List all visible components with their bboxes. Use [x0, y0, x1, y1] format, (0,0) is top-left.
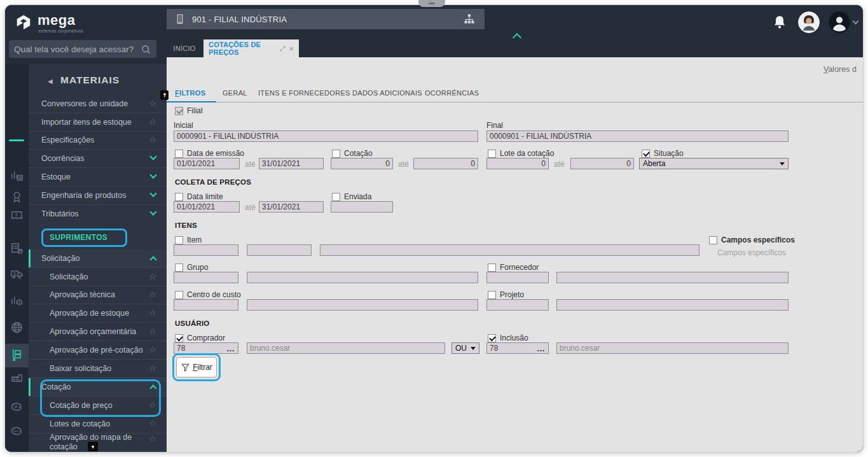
enviada-checkbox-row[interactable]: Enviada [332, 192, 371, 201]
grupo-checkbox[interactable] [175, 264, 183, 272]
sidebar-item-estoque[interactable]: Estoque [29, 168, 167, 186]
star-icon[interactable]: ☆ [149, 117, 156, 127]
sidebar-group-cotacao[interactable]: Cotação [29, 378, 167, 397]
data-emissao-to-input[interactable] [259, 158, 324, 169]
finance-chart-icon[interactable]: $ [10, 293, 24, 307]
scroll-down-badge[interactable]: ▾ [88, 442, 98, 451]
sidebar-item-cotacao-preco[interactable]: Cotação de preço☆ [29, 397, 167, 415]
data-limite-checkbox-row[interactable]: Data limite [175, 192, 223, 201]
situacao-dropdown[interactable]: Aberta [639, 158, 789, 169]
inclusao-name-input[interactable] [556, 342, 789, 354]
comprador-lookup-button[interactable]: … [226, 344, 235, 353]
sidebar-item-ocorrencias[interactable]: Ocorrências [29, 150, 167, 168]
comprador-checkbox-row[interactable]: Comprador [175, 334, 225, 342]
situacao-checkbox[interactable] [642, 150, 650, 158]
lote-from-input[interactable] [486, 158, 549, 169]
valores-link[interactable]: Valores d [823, 65, 863, 74]
centro-custo-code-input[interactable] [174, 299, 238, 311]
quality-medal-icon[interactable] [10, 190, 24, 204]
projeto-desc-input[interactable] [556, 299, 789, 311]
sidebar-item-engenharia[interactable]: Engenharia de produtos [29, 186, 167, 205]
star-icon[interactable]: ☆ [149, 290, 156, 299]
inclusao-checkbox[interactable] [488, 334, 496, 342]
situacao-checkbox-row[interactable]: Situação [642, 149, 684, 158]
nfe-icon[interactable]: NF-e [10, 400, 24, 414]
item-checkbox[interactable] [175, 236, 183, 244]
sidebar-group-solicitacao[interactable]: Solicitação [29, 250, 167, 268]
menu-section-header[interactable]: ◀ MATERIAIS [29, 73, 167, 92]
sidebar-item-aprovacao-orcamentaria[interactable]: Aprovação orçamentária☆ [29, 323, 167, 341]
projeto-checkbox-row[interactable]: Projeto [488, 290, 524, 299]
projeto-checkbox[interactable] [488, 291, 496, 299]
sidebar-item-importar-itens[interactable]: Importar itens de estoque☆ [29, 113, 167, 132]
form-tab-dados-adicionais[interactable]: DADOS ADICIONAIS [352, 89, 422, 97]
back-arrow-icon[interactable]: ◀ [48, 78, 53, 85]
star-icon[interactable]: ☆ [149, 272, 156, 281]
star-icon[interactable]: ☆ [149, 419, 156, 428]
filial-checkbox[interactable] [175, 107, 183, 115]
receipt-money-icon[interactable]: $ [10, 209, 24, 223]
mega-logo[interactable]: mega sistemas corporativos [14, 13, 83, 33]
sidebar-item-aprovacao-pre-cotacao[interactable]: Aprovação de pré-cotação☆ [29, 341, 167, 360]
sidebar-item-solicitacao[interactable]: Solicitação☆ [29, 268, 167, 286]
hierarchy-icon[interactable] [463, 13, 476, 25]
inclusao-checkbox-row[interactable]: Inclusão [488, 334, 528, 342]
data-emissao-from-input[interactable] [174, 158, 240, 169]
pin-badge[interactable] [160, 90, 169, 100]
form-tab-geral[interactable]: GERAL [223, 89, 247, 97]
data-emissao-checkbox[interactable] [175, 150, 183, 158]
sidebar-item-suprimentos[interactable]: SUPRIMENTOS [29, 229, 167, 249]
user-menu-icon[interactable] [829, 11, 850, 33]
cotacao-from-input[interactable] [331, 158, 393, 169]
sidebar-item-conversores[interactable]: Conversores de unidade☆ [29, 95, 167, 113]
campos-especificos-checkbox[interactable] [709, 236, 717, 244]
stock-chart-icon[interactable] [10, 167, 24, 182]
projeto-code-input[interactable] [486, 299, 549, 311]
supplies-handtruck-icon[interactable] [10, 348, 24, 362]
sidebar-item-especificacoes[interactable]: Especificações☆ [29, 131, 167, 150]
support-avatar[interactable] [798, 11, 820, 33]
data-emissao-checkbox-row[interactable]: Data de emissão [175, 149, 244, 158]
lote-checkbox-row[interactable]: Lote da cotação [488, 149, 554, 158]
item-code-input[interactable] [174, 244, 238, 256]
user-menu-chevron-icon[interactable] [853, 18, 859, 24]
comprador-name-input[interactable] [247, 342, 445, 354]
inclusao-lookup-button[interactable]: … [537, 344, 546, 353]
tab-cotacoes-de-precos[interactable]: COTAÇÕES DE PREÇOS ⤢ × [203, 39, 299, 57]
star-icon[interactable]: ☆ [149, 327, 156, 336]
cotacao-checkbox[interactable] [332, 150, 340, 158]
tab-inicio[interactable]: INÍCIO [167, 39, 202, 57]
enviada-input[interactable] [331, 201, 393, 213]
sidebar-item-aprovacao-tecnica[interactable]: Aprovação técnica☆ [29, 286, 167, 304]
enviada-checkbox[interactable] [332, 193, 340, 201]
centro-custo-desc-input[interactable] [247, 299, 478, 311]
collapse-handle[interactable] [418, 0, 445, 7]
item-aux-input[interactable] [247, 244, 312, 256]
star-icon[interactable]: ☆ [149, 363, 156, 373]
fornecedor-code-input[interactable] [486, 272, 549, 283]
nfse-icon[interactable]: NFS-e [10, 424, 24, 439]
campos-especificos-checkbox-row[interactable]: Campos específicos [709, 236, 795, 244]
star-icon[interactable]: ☆ [149, 99, 156, 108]
branch-selector[interactable]: 901 - FILIAL INDÚSTRIA [167, 9, 485, 29]
data-limite-from-input[interactable] [174, 201, 240, 213]
form-tab-ocorrencias[interactable]: OCORRÊNCIAS [425, 89, 479, 97]
star-icon[interactable]: ☆ [149, 308, 156, 318]
centro-custo-checkbox-row[interactable]: Centro de custo [175, 290, 241, 299]
filial-inicial-input[interactable] [174, 130, 478, 142]
checklist-coins-icon[interactable] [10, 241, 24, 256]
fornecedor-desc-input[interactable] [556, 272, 789, 283]
freight-truck-icon[interactable]: $ [10, 267, 24, 281]
sidebar-item-aprovacao-estoque[interactable]: Aprovação de estoque☆ [29, 304, 167, 323]
item-desc-input[interactable] [320, 244, 699, 256]
item-checkbox-row[interactable]: Item [175, 236, 202, 244]
sidebar-item-tributarios[interactable]: Tributários [29, 205, 167, 223]
notifications-bell-icon[interactable] [771, 13, 788, 31]
globe-icon[interactable] [10, 320, 24, 335]
grupo-checkbox-row[interactable]: Grupo [175, 263, 208, 272]
form-tab-itens-fornecedores[interactable]: ITENS E FORNECEDORES [258, 89, 350, 97]
fornecedor-checkbox-row[interactable]: Fornecedor [488, 263, 539, 272]
lote-to-input[interactable] [570, 158, 634, 169]
filtrar-button[interactable]: Filtrar [176, 357, 217, 377]
filial-checkbox-row[interactable]: Filial [175, 106, 203, 115]
